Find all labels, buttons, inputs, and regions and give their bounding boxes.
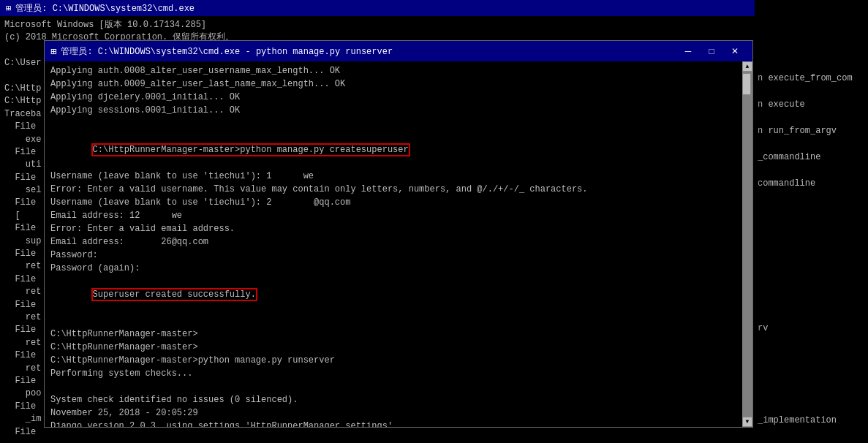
- right-line-24: rv: [758, 322, 865, 335]
- fg-line-8: Error: Enter a valid username. This valu…: [50, 183, 736, 196]
- fg-line-23: November 25, 2018 - 20:05:29: [50, 406, 736, 420]
- right-line-9: n run_from_argv: [758, 124, 865, 137]
- fg-line-4: Applying sessions.0001_initial... OK: [50, 104, 736, 117]
- bg-title-text: 管理员: C:\WINDOWS\system32\cmd.exe: [15, 2, 195, 15]
- fg-content: Applying auth.0008_alter_user_username_m…: [45, 61, 752, 427]
- fg-line-19: C:\HttpRunnerManager-master>python manag…: [50, 354, 736, 367]
- right-line-23: [758, 308, 865, 322]
- right-line-10: [758, 137, 865, 151]
- right-line-26: [758, 348, 865, 361]
- right-line-32: [758, 427, 865, 440]
- fg-line-11: Error: Enter a valid email address.: [50, 222, 736, 235]
- fg-line-17: C:\HttpRunnerManager-master>: [50, 327, 736, 341]
- right-line-29: [758, 387, 865, 401]
- fg-line-18: C:\HttpRunnerManager-master>: [50, 341, 736, 354]
- fg-line-6-cmd: C:\HttpRunnerManager-master>python manag…: [50, 130, 736, 170]
- fg-line-5: [50, 117, 736, 130]
- highlighted-success: Superuser created successfully.: [93, 289, 256, 300]
- right-line-11: _commandline: [758, 151, 865, 164]
- right-panel: n execute_from_com n execute n run_from_…: [755, 0, 868, 443]
- right-line-27: [758, 361, 865, 374]
- fg-text-area: Applying auth.0008_alter_user_username_m…: [50, 64, 747, 427]
- scroll-thumb[interactable]: [742, 73, 751, 95]
- minimize-button[interactable]: ─: [676, 43, 700, 59]
- right-line-28: [758, 374, 865, 387]
- right-line-17: [758, 230, 865, 243]
- right-line-4: [758, 58, 865, 72]
- window-buttons: ─ □ ✕: [676, 43, 747, 59]
- fg-title-icon: ⊞: [50, 45, 56, 58]
- right-line-5: n execute_from_com: [758, 72, 865, 85]
- highlighted-command: C:\HttpRunnerManager-master>python manag…: [93, 145, 409, 155]
- fg-line-2: Applying auth.0009_alter_user_last_name_…: [50, 77, 736, 91]
- foreground-cmd-window: ⊞ 管理员: C:\WINDOWS\system32\cmd.exe - pyt…: [44, 40, 753, 428]
- right-line-3: [758, 45, 865, 58]
- right-line-2: [758, 32, 865, 45]
- right-line-21: [758, 282, 865, 295]
- bg-line-1: Microsoft Windows [版本 10.0.17134.285]: [4, 19, 864, 31]
- fg-title-text: 管理员: C:\WINDOWS\system32\cmd.exe - pytho…: [61, 45, 676, 58]
- right-line-20: [758, 269, 865, 282]
- fg-line-14: Password (again):: [50, 262, 736, 275]
- right-line-7: n execute: [758, 98, 865, 111]
- fg-title-bar: ⊞ 管理员: C:\WINDOWS\system32\cmd.exe - pyt…: [45, 41, 752, 61]
- fg-line-12: Email address: 26@qq.com: [50, 235, 736, 249]
- right-line-8: [758, 111, 865, 124]
- fg-line-15-success: Superuser created successfully.: [50, 275, 736, 314]
- fg-line-21: [50, 380, 736, 393]
- right-line-31: _implementation: [758, 414, 865, 427]
- fg-line-9: Username (leave blank to use 'tiechui'):…: [50, 196, 736, 209]
- fg-line-24: Django version 2.0.3, using settings 'Ht…: [50, 420, 736, 427]
- fg-line-22: System check identified no issues (0 sil…: [50, 393, 736, 406]
- right-line-13: commandline: [758, 177, 865, 190]
- close-button[interactable]: ✕: [723, 43, 747, 59]
- scroll-up-arrow[interactable]: ▲: [742, 61, 752, 72]
- fg-line-13: Password:: [50, 249, 736, 262]
- right-line-14: [758, 190, 865, 203]
- right-line-22: [758, 295, 865, 308]
- maximize-button[interactable]: □: [700, 43, 723, 59]
- right-line-12: [758, 164, 865, 177]
- bg-line-33: File: [4, 426, 864, 439]
- right-line-6: [758, 85, 865, 98]
- scroll-track[interactable]: [742, 72, 752, 417]
- fg-line-7: Username (leave blank to use 'tiechui'):…: [50, 170, 736, 183]
- fg-line-3: Applying djcelery.0001_initial... OK: [50, 91, 736, 104]
- fg-line-16: [50, 314, 736, 327]
- right-line-33: name: [758, 440, 865, 443]
- bg-title-icon: ⊞: [6, 3, 11, 14]
- fg-line-10: Email address: 12 we: [50, 209, 736, 222]
- fg-line-1: Applying auth.0008_alter_user_username_m…: [50, 64, 736, 77]
- bg-title-bar: ⊞ 管理员: C:\WINDOWS\system32\cmd.exe: [0, 0, 868, 16]
- fg-line-20: Performing system checks...: [50, 367, 736, 380]
- scroll-down-arrow[interactable]: ▼: [742, 417, 752, 427]
- right-line-18: [758, 243, 865, 256]
- right-line-25: [758, 335, 865, 348]
- right-line-1: [758, 19, 865, 32]
- right-line-16: [758, 216, 865, 230]
- right-line-19: [758, 256, 865, 269]
- right-line-15: [758, 203, 865, 216]
- right-line-30: [758, 401, 865, 414]
- scrollbar[interactable]: ▲ ▼: [742, 61, 752, 427]
